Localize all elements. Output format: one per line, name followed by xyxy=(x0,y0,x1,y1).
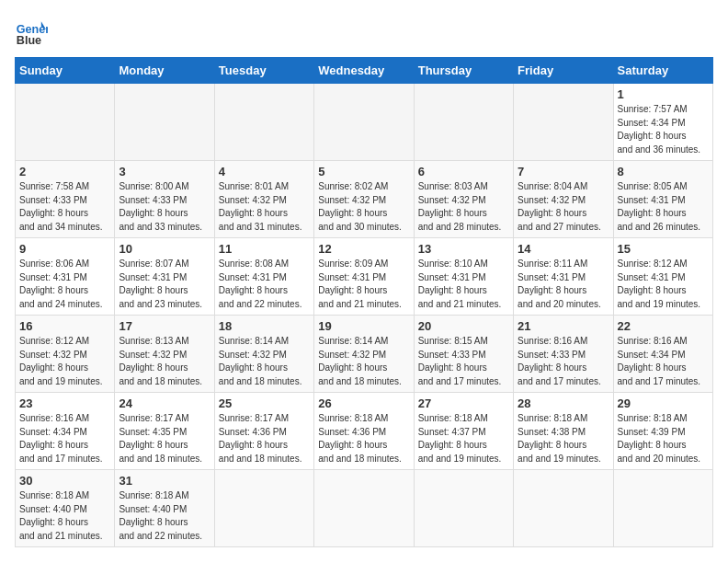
day-info: Sunrise: 8:15 AMSunset: 4:33 PMDaylight:… xyxy=(418,335,509,388)
week-row-6: 30Sunrise: 8:18 AMSunset: 4:40 PMDayligh… xyxy=(16,470,713,547)
day-info: Sunrise: 8:14 AMSunset: 4:32 PMDaylight:… xyxy=(318,335,409,388)
calendar-cell: 19Sunrise: 8:14 AMSunset: 4:32 PMDayligh… xyxy=(314,316,414,393)
day-info: Sunrise: 8:16 AMSunset: 4:34 PMDaylight:… xyxy=(618,335,709,388)
calendar-cell: 1Sunrise: 7:57 AMSunset: 4:34 PMDaylight… xyxy=(613,84,712,161)
day-number: 24 xyxy=(119,396,210,410)
calendar-cell xyxy=(414,84,513,161)
page-header: General Blue xyxy=(15,15,713,48)
day-number: 22 xyxy=(618,319,709,333)
day-of-week-saturday: Saturday xyxy=(613,58,712,84)
week-row-2: 2Sunrise: 7:58 AMSunset: 4:33 PMDaylight… xyxy=(16,161,713,238)
day-number: 12 xyxy=(318,242,409,256)
day-info: Sunrise: 8:16 AMSunset: 4:33 PMDaylight:… xyxy=(518,335,609,388)
day-number: 26 xyxy=(318,396,409,410)
day-info: Sunrise: 8:09 AMSunset: 4:31 PMDaylight:… xyxy=(318,258,409,311)
calendar-cell xyxy=(16,84,115,161)
day-number: 18 xyxy=(219,319,310,333)
calendar-cell: 16Sunrise: 8:12 AMSunset: 4:32 PMDayligh… xyxy=(16,316,115,393)
day-info: Sunrise: 8:00 AMSunset: 4:33 PMDaylight:… xyxy=(119,180,210,234)
calendar-cell: 4Sunrise: 8:01 AMSunset: 4:32 PMDaylight… xyxy=(214,161,313,238)
day-info: Sunrise: 8:14 AMSunset: 4:32 PMDaylight:… xyxy=(219,335,310,388)
day-info: Sunrise: 8:07 AMSunset: 4:31 PMDaylight:… xyxy=(119,258,210,311)
day-number: 13 xyxy=(418,242,509,256)
week-row-4: 16Sunrise: 8:12 AMSunset: 4:32 PMDayligh… xyxy=(16,316,713,393)
day-info: Sunrise: 7:58 AMSunset: 4:33 PMDaylight:… xyxy=(19,180,110,234)
day-number: 8 xyxy=(618,165,709,178)
day-info: Sunrise: 8:04 AMSunset: 4:32 PMDaylight:… xyxy=(518,180,609,234)
day-number: 7 xyxy=(518,165,609,178)
day-info: Sunrise: 8:18 AMSunset: 4:39 PMDaylight:… xyxy=(618,412,709,465)
day-number: 31 xyxy=(119,474,210,488)
day-info: Sunrise: 8:18 AMSunset: 4:38 PMDaylight:… xyxy=(518,412,609,465)
day-of-week-wednesday: Wednesday xyxy=(314,58,414,84)
day-info: Sunrise: 8:18 AMSunset: 4:40 PMDaylight:… xyxy=(19,489,110,543)
day-number: 2 xyxy=(19,165,110,178)
day-number: 4 xyxy=(219,165,310,178)
calendar-cell: 2Sunrise: 7:58 AMSunset: 4:33 PMDaylight… xyxy=(16,161,115,238)
day-number: 25 xyxy=(219,396,310,410)
day-number: 16 xyxy=(19,319,110,333)
day-number: 9 xyxy=(19,242,110,256)
calendar-cell: 29Sunrise: 8:18 AMSunset: 4:39 PMDayligh… xyxy=(613,393,712,470)
day-info: Sunrise: 8:18 AMSunset: 4:36 PMDaylight:… xyxy=(318,412,409,465)
day-info: Sunrise: 8:05 AMSunset: 4:31 PMDaylight:… xyxy=(618,180,709,234)
day-info: Sunrise: 8:11 AMSunset: 4:31 PMDaylight:… xyxy=(518,258,609,311)
calendar-cell: 17Sunrise: 8:13 AMSunset: 4:32 PMDayligh… xyxy=(115,316,214,393)
day-info: Sunrise: 8:01 AMSunset: 4:32 PMDaylight:… xyxy=(219,180,310,234)
calendar-cell: 15Sunrise: 8:12 AMSunset: 4:31 PMDayligh… xyxy=(613,238,712,316)
day-info: Sunrise: 8:16 AMSunset: 4:34 PMDaylight:… xyxy=(19,412,110,465)
calendar-cell xyxy=(115,84,214,161)
calendar-table: SundayMondayTuesdayWednesdayThursdayFrid… xyxy=(15,57,713,547)
day-info: Sunrise: 8:17 AMSunset: 4:36 PMDaylight:… xyxy=(219,412,310,465)
day-info: Sunrise: 8:06 AMSunset: 4:31 PMDaylight:… xyxy=(19,258,110,311)
day-info: Sunrise: 8:12 AMSunset: 4:31 PMDaylight:… xyxy=(618,258,709,311)
calendar-cell: 9Sunrise: 8:06 AMSunset: 4:31 PMDaylight… xyxy=(16,238,115,316)
calendar-cell: 12Sunrise: 8:09 AMSunset: 4:31 PMDayligh… xyxy=(314,238,414,316)
calendar-cell: 21Sunrise: 8:16 AMSunset: 4:33 PMDayligh… xyxy=(514,316,613,393)
logo-icon: General Blue xyxy=(15,15,48,48)
day-info: Sunrise: 8:17 AMSunset: 4:35 PMDaylight:… xyxy=(119,412,210,465)
day-info: Sunrise: 8:18 AMSunset: 4:37 PMDaylight:… xyxy=(418,412,509,465)
calendar-cell: 25Sunrise: 8:17 AMSunset: 4:36 PMDayligh… xyxy=(214,393,313,470)
day-number: 6 xyxy=(418,165,509,178)
day-info: Sunrise: 8:03 AMSunset: 4:32 PMDaylight:… xyxy=(418,180,509,234)
calendar-cell: 30Sunrise: 8:18 AMSunset: 4:40 PMDayligh… xyxy=(16,470,115,547)
day-number: 23 xyxy=(19,396,110,410)
calendar-cell: 31Sunrise: 8:18 AMSunset: 4:40 PMDayligh… xyxy=(115,470,214,547)
day-number: 3 xyxy=(119,165,210,178)
week-row-3: 9Sunrise: 8:06 AMSunset: 4:31 PMDaylight… xyxy=(16,238,713,316)
calendar-cell: 3Sunrise: 8:00 AMSunset: 4:33 PMDaylight… xyxy=(115,161,214,238)
week-row-1: 1Sunrise: 7:57 AMSunset: 4:34 PMDaylight… xyxy=(16,84,713,161)
day-info: Sunrise: 8:12 AMSunset: 4:32 PMDaylight:… xyxy=(19,335,110,388)
calendar-cell xyxy=(214,470,313,547)
calendar-header-row: SundayMondayTuesdayWednesdayThursdayFrid… xyxy=(16,58,713,84)
calendar-cell: 10Sunrise: 8:07 AMSunset: 4:31 PMDayligh… xyxy=(115,238,214,316)
calendar-cell xyxy=(414,470,513,547)
day-info: Sunrise: 7:57 AMSunset: 4:34 PMDaylight:… xyxy=(618,103,709,156)
calendar-cell xyxy=(613,470,712,547)
calendar-cell: 18Sunrise: 8:14 AMSunset: 4:32 PMDayligh… xyxy=(214,316,313,393)
day-number: 1 xyxy=(618,87,709,101)
day-of-week-thursday: Thursday xyxy=(414,58,513,84)
calendar-cell xyxy=(314,470,414,547)
day-number: 10 xyxy=(119,242,210,256)
day-number: 21 xyxy=(518,319,609,333)
logo: General Blue xyxy=(15,15,51,48)
day-info: Sunrise: 8:02 AMSunset: 4:32 PMDaylight:… xyxy=(318,180,409,234)
svg-text:Blue: Blue xyxy=(17,34,41,47)
day-number: 5 xyxy=(318,165,409,178)
calendar-cell: 7Sunrise: 8:04 AMSunset: 4:32 PMDaylight… xyxy=(514,161,613,238)
calendar-cell: 14Sunrise: 8:11 AMSunset: 4:31 PMDayligh… xyxy=(514,238,613,316)
calendar-cell: 22Sunrise: 8:16 AMSunset: 4:34 PMDayligh… xyxy=(613,316,712,393)
week-row-5: 23Sunrise: 8:16 AMSunset: 4:34 PMDayligh… xyxy=(16,393,713,470)
calendar-cell: 27Sunrise: 8:18 AMSunset: 4:37 PMDayligh… xyxy=(414,393,513,470)
day-of-week-friday: Friday xyxy=(514,58,613,84)
day-info: Sunrise: 8:10 AMSunset: 4:31 PMDaylight:… xyxy=(418,258,509,311)
day-number: 19 xyxy=(318,319,409,333)
day-number: 11 xyxy=(219,242,310,256)
calendar-cell xyxy=(314,84,414,161)
day-of-week-sunday: Sunday xyxy=(16,58,115,84)
day-info: Sunrise: 8:08 AMSunset: 4:31 PMDaylight:… xyxy=(219,258,310,311)
calendar-cell: 23Sunrise: 8:16 AMSunset: 4:34 PMDayligh… xyxy=(16,393,115,470)
calendar-cell: 11Sunrise: 8:08 AMSunset: 4:31 PMDayligh… xyxy=(214,238,313,316)
